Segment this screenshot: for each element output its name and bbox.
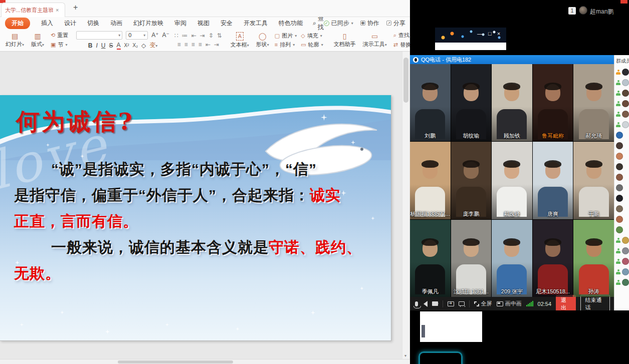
text-direction-icon[interactable]: ⇅ bbox=[217, 32, 222, 39]
sync-status[interactable]: ✓ 已同步 ▾ bbox=[324, 19, 353, 28]
font-size-input[interactable]: 0▾ bbox=[126, 31, 148, 40]
underline-button[interactable]: U bbox=[101, 42, 106, 49]
superscript-button[interactable]: X² bbox=[124, 42, 129, 49]
member-row[interactable] bbox=[614, 130, 629, 140]
justify-icon[interactable]: ≡ bbox=[198, 41, 202, 48]
member-row[interactable] bbox=[614, 88, 629, 98]
participant-video[interactable]: 鲁耳毗称 bbox=[533, 64, 573, 141]
participant-video[interactable]: 209 张宇 bbox=[492, 220, 532, 297]
presentation-board-icon[interactable] bbox=[459, 301, 465, 306]
present-tools-button[interactable]: ▭ 演示工具▾ bbox=[359, 33, 390, 48]
text-tool-button[interactable]: 变▾ bbox=[149, 42, 157, 50]
italic-button[interactable]: I bbox=[96, 42, 98, 49]
textbox-button[interactable]: A 文本框▾ bbox=[227, 32, 253, 49]
screen-share-icon[interactable] bbox=[448, 301, 454, 306]
tab-close-icon[interactable]: × bbox=[56, 7, 59, 13]
section-button[interactable]: ▣ 节 ▾ bbox=[51, 41, 68, 49]
member-row[interactable] bbox=[614, 214, 629, 224]
slide-body[interactable]: “诚”是指诚实，多指“内诚于心”，“信”是指守信，偏重于“外信于人”，合起来指：… bbox=[14, 156, 383, 286]
pip-button[interactable]: 画中画 bbox=[497, 300, 522, 307]
new-tab-button[interactable]: + bbox=[73, 3, 78, 12]
fill-button[interactable]: ◇填充▾ bbox=[301, 32, 323, 40]
clear-format-icon[interactable]: ◇ bbox=[141, 42, 146, 49]
member-row[interactable] bbox=[614, 203, 629, 214]
participant-video[interactable]: 刘鹏 bbox=[410, 64, 451, 141]
menu-tab-1[interactable]: 插入 bbox=[41, 19, 53, 28]
member-row[interactable] bbox=[614, 77, 629, 88]
numbering-icon[interactable]: ≔ bbox=[182, 32, 188, 39]
picture-button[interactable]: ▢图片▾ bbox=[275, 32, 297, 40]
notification-badge[interactable]: 1 bbox=[568, 7, 576, 15]
participant-video[interactable]: 杨国福133577... bbox=[410, 142, 451, 219]
align-left-icon[interactable]: ≡ bbox=[177, 41, 181, 48]
member-row[interactable] bbox=[614, 245, 629, 256]
minimize-icon[interactable]: — bbox=[477, 31, 483, 37]
qq-title-bar[interactable]: QQ电话 - 供用电182 bbox=[410, 55, 614, 64]
member-row[interactable] bbox=[614, 172, 629, 182]
menu-tab-4[interactable]: 动画 bbox=[110, 19, 122, 28]
menu-tab-6[interactable]: 审阅 bbox=[174, 19, 186, 28]
decrease-font-button[interactable]: A⁻ bbox=[162, 32, 169, 39]
align-center-icon[interactable]: ≡ bbox=[184, 41, 188, 48]
menu-tab-3[interactable]: 切换 bbox=[87, 19, 99, 28]
fullscreen-button[interactable]: 全屏 bbox=[474, 300, 492, 307]
bold-button[interactable]: B bbox=[88, 42, 93, 49]
participant-video[interactable]: 沈靖翔 1361... bbox=[451, 220, 492, 297]
slide-title[interactable]: 何为诚信? bbox=[16, 106, 134, 138]
increase-font-button[interactable]: A⁺ bbox=[151, 32, 158, 39]
subscript-button[interactable]: X₂ bbox=[133, 42, 138, 49]
layout-button[interactable]: ▥ 版式▾ bbox=[28, 33, 48, 48]
indent-icon[interactable]: ⇥ bbox=[200, 32, 205, 39]
distribute-icon[interactable]: ⇤ bbox=[205, 41, 211, 48]
member-row[interactable] bbox=[614, 277, 629, 287]
vertical-scrollbar[interactable]: ▾ bbox=[402, 52, 409, 359]
horizontal-scrollbar[interactable] bbox=[0, 359, 410, 364]
member-row[interactable] bbox=[614, 193, 629, 203]
member-row[interactable] bbox=[614, 266, 629, 277]
outdent-icon[interactable]: ⇤ bbox=[191, 32, 196, 39]
participant-video[interactable]: 于鹏 bbox=[573, 142, 614, 219]
bullets-icon[interactable]: ∷ bbox=[174, 32, 178, 39]
scrollbar-fragment[interactable] bbox=[422, 325, 425, 337]
participant-video[interactable]: 唐爽 bbox=[533, 142, 573, 219]
member-row[interactable] bbox=[614, 67, 629, 77]
speaker-icon[interactable] bbox=[424, 301, 428, 307]
member-row[interactable] bbox=[614, 140, 629, 151]
member-row[interactable] bbox=[614, 119, 629, 130]
arrange-button[interactable]: ≡排列▾ bbox=[275, 41, 297, 49]
scroll-down-arrow-icon[interactable]: ▾ bbox=[404, 353, 406, 358]
collaborate-button[interactable]: ⚉ 协作 bbox=[360, 19, 379, 28]
member-row[interactable] bbox=[614, 256, 629, 266]
doc-assistant-button[interactable]: ▯ 文档助手 bbox=[330, 33, 359, 48]
strikethrough-button[interactable]: S bbox=[109, 42, 113, 49]
menu-tab-7[interactable]: 视图 bbox=[197, 19, 209, 28]
menu-tab-8[interactable]: 安全 bbox=[221, 19, 233, 28]
reset-button[interactable]: ⟲ 重置 bbox=[51, 32, 68, 39]
member-row[interactable] bbox=[614, 161, 629, 172]
participant-video[interactable]: 郝允琦 bbox=[573, 64, 614, 141]
participant-video[interactable]: 顾加铁 bbox=[492, 64, 532, 141]
columns-icon[interactable]: ⇥ bbox=[214, 41, 219, 48]
menu-tab-9[interactable]: 开发工具 bbox=[244, 19, 268, 28]
menu-tab-2[interactable]: 设计 bbox=[64, 19, 76, 28]
background-video-window[interactable]: — □ × bbox=[435, 28, 506, 50]
new-slide-button[interactable]: ▤ 幻灯片▾ bbox=[2, 33, 28, 48]
close-icon[interactable]: × bbox=[497, 31, 500, 37]
participant-video[interactable]: 孙涛 bbox=[573, 220, 614, 297]
align-right-icon[interactable]: ≡ bbox=[191, 41, 195, 48]
participant-video[interactable]: 季佩凡 bbox=[410, 220, 451, 297]
menu-search[interactable]: ⌕ 查找 bbox=[313, 15, 324, 32]
participant-video[interactable]: 戴逸峰 bbox=[492, 142, 532, 219]
camera-icon[interactable] bbox=[432, 301, 438, 306]
horizontal-scrollbar-thumb[interactable] bbox=[118, 360, 233, 363]
participant-video[interactable]: 胡纹瑜 bbox=[451, 64, 492, 141]
font-name-input[interactable]: ▾ bbox=[76, 31, 122, 40]
microphone-icon[interactable] bbox=[415, 301, 418, 306]
member-row[interactable] bbox=[614, 235, 629, 245]
share-button[interactable]: ↗ 分享 bbox=[386, 19, 405, 28]
document-tab[interactable]: 大学...信教育主题班会” × bbox=[1, 3, 65, 17]
menu-tab-0[interactable]: 开始 bbox=[5, 18, 30, 29]
font-color-button[interactable]: A bbox=[117, 42, 121, 50]
line-spacing-icon[interactable]: ⇕ bbox=[208, 32, 214, 39]
member-row[interactable] bbox=[614, 151, 629, 161]
